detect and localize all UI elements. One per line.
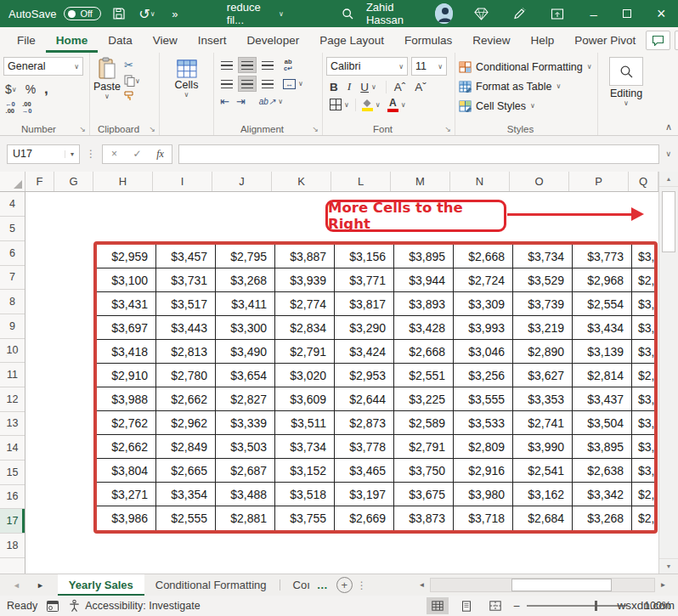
cell[interactable]: $2,834 — [275, 316, 335, 340]
number-format-dropdown[interactable]: General ∨ — [3, 57, 83, 76]
cell[interactable]: $3,504 — [573, 411, 632, 435]
col-header-L[interactable]: L — [331, 172, 391, 191]
name-box[interactable]: U17 ▾ — [7, 144, 80, 164]
cell[interactable]: $2, — [632, 506, 654, 530]
increase-decimal-button[interactable]: ←0 .00 — [5, 101, 15, 115]
cell[interactable]: $2,814 — [573, 364, 632, 387]
cell[interactable]: $3, — [632, 411, 654, 435]
cell[interactable]: $2,809 — [454, 435, 513, 459]
avatar[interactable] — [435, 3, 453, 24]
cell[interactable]: $2, — [632, 483, 654, 506]
cell[interactable]: $3,465 — [335, 459, 394, 483]
increase-font-button[interactable]: Aˆ — [386, 81, 406, 93]
cell[interactable]: $3,268 — [573, 506, 632, 530]
row-header-16[interactable]: 16 — [0, 485, 25, 510]
enter-formula-button[interactable]: ✓ — [126, 148, 149, 160]
top-align-button[interactable] — [218, 57, 236, 73]
cell[interactable]: $3,046 — [454, 340, 513, 364]
cell[interactable]: $3,268 — [216, 268, 275, 292]
autosave-toggle[interactable]: Off — [64, 7, 100, 20]
cell[interactable]: $2,959 — [97, 245, 156, 268]
cells-button[interactable]: Cells ∨ — [163, 59, 210, 99]
cell[interactable]: $3,993 — [454, 316, 513, 340]
formula-input[interactable] — [178, 144, 659, 164]
cell[interactable]: $2,555 — [156, 506, 216, 530]
cell[interactable]: $3,517 — [156, 292, 216, 316]
vertical-scrollbar[interactable]: ▲ ▼ — [658, 172, 678, 574]
comma-style-button[interactable]: , — [44, 81, 48, 98]
tab-developer[interactable]: Developer — [237, 27, 310, 53]
cell[interactable]: $3,697 — [97, 316, 156, 340]
cell[interactable]: $2,662 — [97, 435, 156, 459]
cell[interactable]: $3, — [632, 435, 654, 459]
cell[interactable]: $3,411 — [216, 292, 275, 316]
cell[interactable]: $3,533 — [454, 411, 513, 435]
cell[interactable]: $3,353 — [513, 387, 573, 411]
align-left-button[interactable] — [218, 76, 236, 92]
col-header-G[interactable]: G — [54, 172, 93, 191]
cell[interactable]: $2,668 — [394, 340, 454, 364]
cell[interactable]: $3,718 — [454, 506, 513, 530]
cell[interactable]: $3,256 — [454, 364, 513, 387]
number-dialog-launcher-icon[interactable]: ↘ — [79, 125, 86, 133]
col-header-J[interactable]: J — [212, 172, 272, 191]
cell[interactable]: $3,654 — [216, 364, 275, 387]
cell[interactable]: $3,873 — [394, 506, 454, 530]
cell[interactable]: $2,684 — [513, 506, 573, 530]
sheet-tab-yearly-sales[interactable]: Yearly Sales — [58, 574, 144, 596]
more-sheets-ellipsis[interactable]: … — [314, 574, 331, 596]
middle-align-button[interactable] — [238, 57, 257, 73]
user-name[interactable]: Zahid Hassan — [366, 1, 425, 26]
cell[interactable]: $3,895 — [394, 245, 454, 268]
cell[interactable]: $3,424 — [335, 340, 394, 364]
paste-button[interactable]: Paste ∨ — [93, 57, 121, 100]
tab-page-layout[interactable]: Page Layout — [309, 27, 394, 53]
cell[interactable]: $3, — [632, 245, 654, 268]
cell[interactable]: $3,734 — [513, 245, 573, 268]
cell[interactable]: $3,511 — [275, 411, 335, 435]
macro-record-icon[interactable] — [46, 600, 59, 613]
cell[interactable]: $2,968 — [573, 268, 632, 292]
row-header-5[interactable]: 5 — [0, 217, 25, 241]
bold-button[interactable]: B — [330, 81, 338, 93]
zoom-slider[interactable] — [527, 605, 627, 607]
cell[interactable]: $3,627 — [513, 364, 573, 387]
row-header-13[interactable]: 13 — [0, 412, 25, 437]
cell[interactable]: $3,428 — [394, 316, 454, 340]
horizontal-scroll-track[interactable] — [430, 578, 655, 592]
cell[interactable]: $3,986 — [97, 506, 156, 530]
cell[interactable]: $2, — [632, 268, 654, 292]
cell[interactable]: $3,609 — [275, 387, 335, 411]
cell[interactable]: $3,309 — [454, 292, 513, 316]
cell[interactable]: $3,771 — [335, 268, 394, 292]
cell[interactable]: $3, — [632, 340, 654, 364]
cell[interactable]: $3,290 — [335, 316, 394, 340]
cell[interactable]: $3,731 — [156, 268, 216, 292]
cell[interactable]: $3,100 — [97, 268, 156, 292]
row-header-9[interactable]: 9 — [0, 314, 25, 339]
select-all-corner[interactable] — [0, 172, 25, 191]
col-header-F[interactable]: F — [25, 172, 54, 191]
row-header-8[interactable]: 8 — [0, 290, 25, 314]
center-button[interactable] — [238, 76, 257, 92]
cell[interactable]: $2,916 — [454, 459, 513, 483]
font-family-dropdown[interactable]: Calibri ∨ — [326, 57, 408, 76]
cell[interactable]: $2,890 — [513, 340, 573, 364]
cell[interactable]: $3,990 — [513, 435, 573, 459]
decrease-decimal-button[interactable]: .00 →0 — [22, 101, 32, 115]
page-break-preview-button[interactable] — [484, 597, 506, 614]
cell[interactable]: $2,774 — [275, 292, 335, 316]
cell[interactable]: $2,780 — [156, 364, 216, 387]
bottom-align-button[interactable] — [258, 57, 277, 73]
search-icon[interactable] — [338, 0, 359, 27]
font-color-button[interactable]: A ∨ — [387, 98, 406, 112]
underline-button[interactable]: U ∨ — [360, 81, 376, 93]
cell[interactable]: $3,944 — [394, 268, 454, 292]
cell[interactable]: $2,668 — [454, 245, 513, 268]
cell[interactable]: $3,437 — [573, 387, 632, 411]
italic-button[interactable]: I — [347, 80, 352, 93]
vertical-scroll-thumb[interactable] — [662, 191, 675, 252]
borders-button[interactable]: ∨ — [330, 99, 349, 110]
draw-pen-icon[interactable] — [500, 0, 538, 27]
cell[interactable]: $3,434 — [573, 316, 632, 340]
